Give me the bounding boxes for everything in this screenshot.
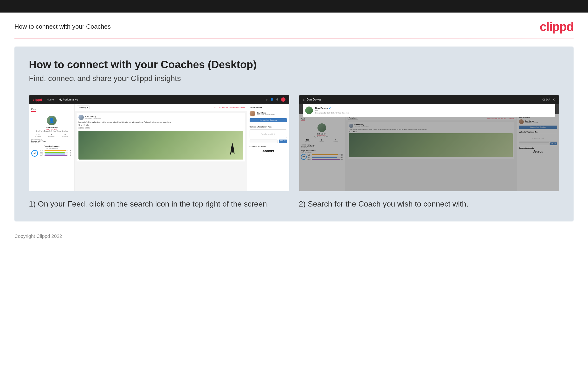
- bar-app: APP 85: [39, 152, 72, 153]
- header: How to connect with your Coaches clippd: [0, 12, 588, 38]
- post-user-row: Blair McHarg Yesterday · Sunningdale: [79, 115, 243, 120]
- profile-club: Royal North Devon Golf Club, United King…: [31, 130, 72, 132]
- trackman-box: Trackman Link: [250, 129, 287, 138]
- result-club: Sunningdale Golf Club, United Kingdom: [315, 112, 349, 114]
- step1-column: clippd Home My Performance ⌕ 👤 ⚙ Feed: [29, 95, 289, 209]
- settings-icon-nav[interactable]: ⚙: [276, 98, 279, 101]
- arccos-logo: Arccos: [250, 149, 287, 153]
- post-btn-ott[interactable]: OTT: [79, 127, 84, 129]
- result-info: Dan Davies ✔ Pro Sunningdale Golf Club, …: [315, 107, 349, 114]
- following-bar: Following ▾ Control who can see your act…: [75, 104, 247, 111]
- profile-name: Blair McHarg: [31, 126, 72, 129]
- search-bar: ⌕ Dan Davies CLEAR ✕: [299, 95, 559, 104]
- bar-arg: ARG 86: [39, 153, 72, 155]
- post-avatar: [79, 115, 84, 120]
- result-role: Pro: [315, 110, 349, 112]
- screenshots-row: clippd Home My Performance ⌕ 👤 ⚙ Feed: [29, 95, 559, 209]
- header-divider: [14, 38, 574, 39]
- clippd-logo: clippd: [540, 19, 574, 34]
- search-icon: ⌕: [303, 98, 305, 101]
- connect-title: Connect your data: [250, 145, 287, 147]
- copyright-text: Copyright Clippd 2022: [14, 233, 62, 239]
- post-btn-app[interactable]: APP: [85, 127, 90, 129]
- score-row: 92 OTT 90 APP: [31, 150, 72, 157]
- stat-followers: 3 Followers: [48, 133, 55, 137]
- feed-panel: Feed Blair McHarg Plus Handicap Royal No…: [29, 104, 75, 191]
- latest-activity: Latest Activity Lesson with Fordy 03 Aug…: [31, 138, 72, 143]
- post-card: Blair McHarg Yesterday · Sunningdale Loo…: [77, 113, 245, 161]
- add-link-btn[interactable]: Add Link: [279, 139, 287, 143]
- score-circle: 92: [31, 150, 38, 157]
- connect-section: Connect your data Arccos: [250, 145, 287, 153]
- trackman-placeholder: Trackman Link: [261, 133, 275, 135]
- trackman-input[interactable]: [250, 139, 278, 143]
- post-text: Looking to feel like my hands are exitin…: [79, 121, 243, 123]
- mock-nav-icons-1: ⌕ 👤 ⚙: [266, 97, 285, 102]
- mock-logo-1: clippd: [33, 98, 42, 101]
- feed-tab: Feed: [31, 108, 36, 112]
- bar-putt: PUTT 96: [39, 155, 72, 156]
- search-results: Dan Davies ✔ Pro Sunningdale Golf Club, …: [303, 104, 555, 117]
- mock-nav-1: clippd Home My Performance ⌕ 👤 ⚙: [29, 95, 289, 104]
- result-name[interactable]: Dan Davies ✔: [315, 107, 349, 110]
- page-title: How to connect with your Coaches: [14, 23, 111, 30]
- coaches-panel: Your Coaches David Ford Royal North Devo…: [247, 104, 289, 191]
- step2-screenshot: ⌕ Dan Davies CLEAR ✕ Dan Davies ✔ Pro Su…: [299, 95, 559, 191]
- search-icon-nav[interactable]: ⌕: [266, 98, 268, 101]
- upload-trackman-title: Upload a Trackman Test: [250, 126, 287, 128]
- mock-nav-performance: My Performance: [59, 98, 78, 101]
- mock-nav-home: Home: [47, 98, 54, 101]
- coaches-title: Your Coaches: [250, 107, 287, 109]
- main-subheading: Find, connect and share your Clippd insi…: [29, 74, 559, 83]
- step1-screenshot: clippd Home My Performance ⌕ 👤 ⚙ Feed: [29, 95, 289, 191]
- performance-bars: OTT 90 APP 85: [39, 150, 72, 157]
- trackman-section: Upload a Trackman Test Trackman Link Add…: [250, 126, 287, 143]
- post-area: Following ▾ Control who can see your act…: [75, 104, 247, 191]
- profile-avatar: [47, 116, 57, 125]
- control-link[interactable]: Control who can see your activity and da…: [213, 107, 245, 108]
- step2-caption: 2) Search for the Coach you wish to conn…: [299, 199, 559, 209]
- post-duration: 01 hr : 30 min: [79, 124, 243, 126]
- coach-avatar: [250, 110, 255, 116]
- coach-club: Royal North Devon Golf Club: [257, 114, 275, 115]
- profile-card: Blair McHarg Plus Handicap Royal North D…: [31, 114, 72, 159]
- step2-column: ⌕ Dan Davies CLEAR ✕ Dan Davies ✔ Pro Su…: [299, 95, 559, 209]
- post-author-name: Blair McHarg: [85, 116, 101, 118]
- golfer-silhouette: [229, 143, 236, 157]
- stats-row: 131 Activities 3 Followers 4 Following: [31, 133, 72, 137]
- post-author-meta: Yesterday · Sunningdale: [85, 118, 101, 119]
- search-input-display[interactable]: Dan Davies: [307, 98, 541, 101]
- post-image: [79, 131, 243, 159]
- stat-following: 4 Following: [62, 133, 68, 137]
- main-content: How to connect with your Coaches (Deskto…: [14, 46, 574, 221]
- profile-icon-nav[interactable]: 👤: [270, 98, 274, 101]
- result-avatar: [305, 107, 313, 114]
- clear-button[interactable]: CLEAR: [543, 98, 551, 101]
- profile-handicap: Plus Handicap: [31, 129, 72, 130]
- post-buttons: OTT APP: [79, 127, 243, 129]
- following-button[interactable]: Following ▾: [77, 106, 90, 109]
- top-bar: [0, 0, 588, 12]
- manage-coaches-btn[interactable]: Manage Your Coaches: [250, 118, 287, 122]
- mock-body-1: Feed Blair McHarg Plus Handicap Royal No…: [29, 104, 289, 191]
- close-search-button[interactable]: ✕: [552, 98, 555, 101]
- stat-activities: 131 Activities: [35, 133, 41, 137]
- step1-caption: 1) On your Feed, click on the search ico…: [29, 199, 289, 209]
- footer: Copyright Clippd 2022: [0, 229, 588, 244]
- coach-name: David Ford: [257, 112, 275, 114]
- main-heading: How to connect with your Coaches (Deskto…: [29, 59, 559, 71]
- bg-visible-content: Feed Blair McHarg Plus Handicap Royal No…: [299, 114, 559, 191]
- trackman-input-row: Add Link: [250, 139, 287, 143]
- coach-card: David Ford Royal North Devon Golf Club: [250, 110, 287, 116]
- bar-ott: OTT 90: [39, 150, 72, 151]
- user-avatar-nav[interactable]: [281, 97, 285, 102]
- verified-icon: ✔: [329, 107, 331, 110]
